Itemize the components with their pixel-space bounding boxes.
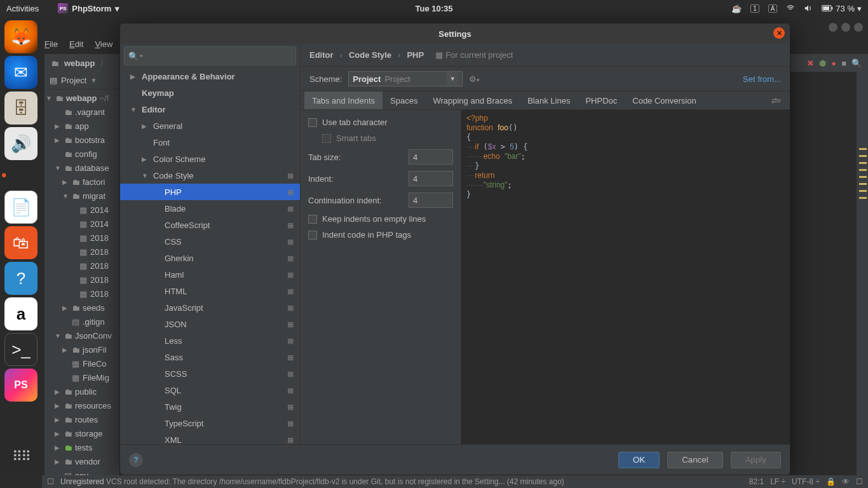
- app-indicator[interactable]: PS PhpStorm ▾: [58, 3, 119, 13]
- tree-node[interactable]: ▶🖿factori: [44, 175, 119, 189]
- project-header[interactable]: ▤ Project ▼: [44, 72, 119, 90]
- rhythmbox-icon[interactable]: 🔊: [4, 127, 37, 160]
- scheme-dropdown[interactable]: Project Project ▼: [348, 71, 463, 86]
- menu-file[interactable]: File: [44, 39, 58, 49]
- indent-input[interactable]: 4: [409, 171, 453, 186]
- settings-nav-item[interactable]: SCSS▦: [120, 365, 300, 382]
- inspection-icon[interactable]: 👁: [842, 477, 850, 486]
- wifi-icon[interactable]: [786, 4, 795, 13]
- help-icon[interactable]: ?: [129, 453, 143, 467]
- status-message[interactable]: VCS root detected: The directory /home/u…: [106, 477, 564, 486]
- settings-nav-item[interactable]: ▼Code Style▦: [120, 167, 300, 184]
- activities-button[interactable]: Activities: [6, 4, 39, 13]
- clock[interactable]: Tue 10:35: [415, 4, 452, 13]
- tree-node[interactable]: ▶🖿seeds: [44, 301, 119, 315]
- menu-view[interactable]: View: [95, 39, 112, 49]
- settings-nav-item[interactable]: TypeScript▦: [120, 415, 300, 431]
- breadcrumb-root[interactable]: webapp: [64, 58, 95, 68]
- search-icon[interactable]: 🔍: [851, 58, 862, 68]
- settings-nav-item[interactable]: JSON▦: [120, 316, 300, 332]
- close-icon[interactable]: ✕: [773, 27, 785, 39]
- tree-node[interactable]: ▶🖿resources: [44, 398, 119, 412]
- caret-position[interactable]: 82:1: [749, 477, 764, 486]
- amazon-icon[interactable]: a: [4, 297, 37, 330]
- tree-node[interactable]: ▦2014: [44, 217, 119, 231]
- set-from-link[interactable]: Set from...: [743, 74, 781, 84]
- gear-icon[interactable]: ⚙▾: [469, 74, 480, 84]
- menu-edit[interactable]: Edit: [69, 39, 83, 49]
- tab-tabs-indents[interactable]: Tabs and Indents: [304, 92, 383, 109]
- crumb-codestyle[interactable]: Code Style: [349, 50, 391, 60]
- toolbar-icon[interactable]: ●: [831, 58, 836, 68]
- close-window-icon[interactable]: [854, 23, 863, 32]
- warning-mark-icon[interactable]: [859, 148, 867, 150]
- help-icon[interactable]: ?: [4, 262, 37, 295]
- settings-nav-item[interactable]: PHP▦: [120, 184, 300, 200]
- phpstorm-launcher-icon[interactable]: PS: [4, 369, 37, 402]
- settings-nav-item[interactable]: ▶Appearance & Behavior: [120, 68, 300, 85]
- settings-search-input[interactable]: 🔍▾: [124, 46, 296, 65]
- files-icon[interactable]: 🗄: [4, 92, 37, 125]
- indent-php-tags-checkbox[interactable]: Indent code in PHP tags: [308, 230, 453, 240]
- tree-node[interactable]: ▦2018: [44, 259, 119, 273]
- firefox-icon[interactable]: 🦊: [4, 20, 37, 53]
- tree-node[interactable]: ▶🖿bootstra: [44, 133, 119, 147]
- continuation-indent-input[interactable]: 4: [409, 193, 453, 208]
- battery-status[interactable]: 73 % ▾: [822, 4, 862, 13]
- tab-code-conversion[interactable]: Code Conversion: [625, 92, 703, 109]
- tree-node[interactable]: ▶🖿jsonFil: [44, 342, 119, 356]
- tree-node[interactable]: ▦2014: [44, 203, 119, 217]
- ok-button[interactable]: OK: [618, 452, 660, 468]
- keep-indents-checkbox[interactable]: Keep indents on empty lines: [308, 214, 453, 224]
- maximize-icon[interactable]: [841, 23, 850, 32]
- tree-node[interactable]: ▦2018: [44, 287, 119, 301]
- event-log-icon[interactable]: ☐: [47, 477, 54, 486]
- keyboard-icon[interactable]: 1: [750, 4, 759, 13]
- settings-nav-item[interactable]: SQL▦: [120, 382, 300, 398]
- thunderbird-icon[interactable]: ✉: [4, 56, 37, 89]
- settings-nav-item[interactable]: ▶General: [120, 118, 300, 134]
- coffee-icon[interactable]: ☕: [731, 4, 742, 13]
- tree-node[interactable]: 🖿config: [44, 147, 119, 161]
- tree-node[interactable]: ▼🖿JsonConv: [44, 329, 119, 342]
- toggle-view-icon[interactable]: ⇄≡: [771, 92, 786, 109]
- warning-mark-icon[interactable]: [859, 197, 867, 199]
- tree-root[interactable]: ▼🖿webapp ~/f: [44, 91, 119, 105]
- libreoffice-writer-icon[interactable]: 📄: [4, 191, 37, 224]
- settings-nav-item[interactable]: ▼Editor: [120, 101, 300, 118]
- warning-mark-icon[interactable]: [859, 155, 867, 157]
- tree-node[interactable]: ▦2018: [44, 273, 119, 287]
- tab-wrapping[interactable]: Wrapping and Braces: [425, 92, 520, 109]
- tree-node[interactable]: ▦FileCo: [44, 356, 119, 370]
- ubuntu-software-icon[interactable]: 🛍: [4, 226, 37, 259]
- settings-nav-item[interactable]: JavaScript▦: [120, 299, 300, 316]
- tab-spaces[interactable]: Spaces: [383, 92, 425, 109]
- tab-phpdoc[interactable]: PHPDoc: [578, 92, 625, 109]
- tree-node[interactable]: ▼🖿database: [44, 161, 119, 175]
- volume-icon[interactable]: [804, 4, 813, 13]
- cancel-button[interactable]: Cancel: [667, 452, 723, 468]
- settings-nav-item[interactable]: CSS▦: [120, 233, 300, 250]
- tab-blank-lines[interactable]: Blank Lines: [520, 92, 578, 109]
- tree-node[interactable]: ▶🖿routes: [44, 412, 119, 426]
- settings-nav-item[interactable]: Blade▦: [120, 200, 300, 217]
- tree-node[interactable]: ▦2018: [44, 245, 119, 259]
- toolbar-icon[interactable]: ■: [841, 58, 846, 68]
- settings-nav-item[interactable]: HTML▦: [120, 283, 300, 299]
- warning-mark-icon[interactable]: [859, 183, 867, 185]
- tree-node[interactable]: ▶🖿storage: [44, 426, 119, 440]
- use-tab-checkbox[interactable]: Use tab character: [308, 118, 453, 127]
- tree-node[interactable]: ▼🖿migrat: [44, 189, 119, 203]
- tab-size-input[interactable]: 4: [409, 149, 453, 165]
- tree-node[interactable]: 🖿.vagrant: [44, 105, 119, 119]
- minimize-icon[interactable]: [829, 23, 837, 32]
- warning-mark-icon[interactable]: [859, 169, 867, 171]
- settings-nav-item[interactable]: XML▦: [120, 431, 300, 444]
- tree-node[interactable]: ▶🖿public: [44, 384, 119, 398]
- tree-node[interactable]: ▶🖿app: [44, 119, 119, 133]
- settings-nav-item[interactable]: ▶Color Scheme: [120, 151, 300, 167]
- settings-nav-item[interactable]: Keymap: [120, 85, 300, 101]
- tree-node[interactable]: ▤env: [44, 468, 119, 475]
- settings-nav-item[interactable]: CoffeeScript▦: [120, 217, 300, 233]
- settings-nav-item[interactable]: Gherkin▦: [120, 250, 300, 266]
